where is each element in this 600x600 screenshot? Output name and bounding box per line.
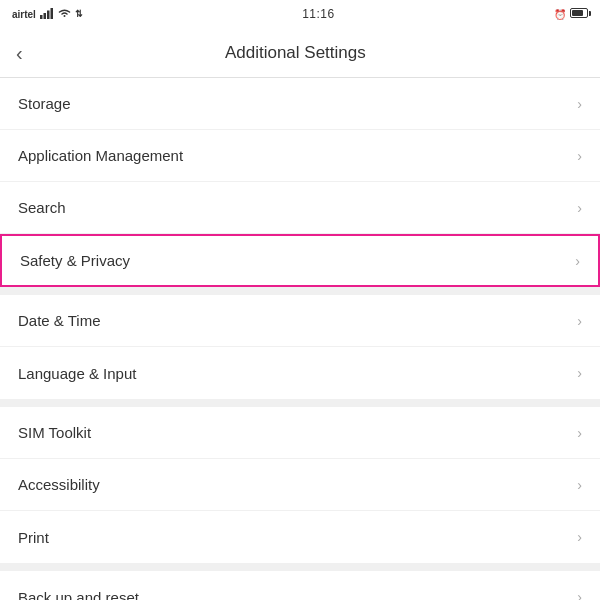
- search-label: Search: [18, 199, 66, 216]
- svg-rect-3: [50, 8, 53, 19]
- app-management-chevron: ›: [577, 148, 582, 164]
- settings-content: Storage › Application Management › Searc…: [0, 78, 600, 600]
- sim-toolkit-chevron: ›: [577, 425, 582, 441]
- section-4: Back up and reset ›: [0, 571, 600, 600]
- section-3: SIM Toolkit › Accessibility › Print ›: [0, 407, 600, 563]
- safety-privacy-label: Safety & Privacy: [20, 252, 130, 269]
- print-item[interactable]: Print ›: [0, 511, 600, 563]
- safety-privacy-item[interactable]: Safety & Privacy ›: [0, 234, 600, 287]
- section-2: Date & Time › Language & Input ›: [0, 295, 600, 399]
- status-left: airtel ⇅: [12, 8, 83, 21]
- sim-toolkit-item[interactable]: SIM Toolkit ›: [0, 407, 600, 459]
- backup-reset-label: Back up and reset: [18, 589, 139, 601]
- back-button[interactable]: ‹: [16, 43, 23, 63]
- svg-rect-0: [40, 15, 43, 19]
- alarm-icon: ⏰: [554, 9, 566, 20]
- search-chevron: ›: [577, 200, 582, 216]
- status-right: ⏰: [554, 8, 588, 20]
- accessibility-label: Accessibility: [18, 476, 100, 493]
- safety-privacy-chevron: ›: [575, 253, 580, 269]
- sim-toolkit-label: SIM Toolkit: [18, 424, 91, 441]
- date-time-item[interactable]: Date & Time ›: [0, 295, 600, 347]
- signal-icon: [40, 8, 54, 21]
- date-time-label: Date & Time: [18, 312, 101, 329]
- app-management-label: Application Management: [18, 147, 183, 164]
- page-title: Additional Settings: [35, 43, 556, 63]
- accessibility-item[interactable]: Accessibility ›: [0, 459, 600, 511]
- app-management-item[interactable]: Application Management ›: [0, 130, 600, 182]
- accessibility-chevron: ›: [577, 477, 582, 493]
- storage-label: Storage: [18, 95, 71, 112]
- status-bar: airtel ⇅ 11:16 ⏰: [0, 0, 600, 28]
- search-item[interactable]: Search ›: [0, 182, 600, 234]
- storage-chevron: ›: [577, 96, 582, 112]
- battery-icon: [570, 8, 588, 20]
- header: ‹ Additional Settings: [0, 28, 600, 78]
- data-icon: ⇅: [75, 9, 83, 19]
- print-chevron: ›: [577, 529, 582, 545]
- print-label: Print: [18, 529, 49, 546]
- backup-reset-chevron: ›: [577, 589, 582, 600]
- language-input-label: Language & Input: [18, 365, 136, 382]
- date-time-chevron: ›: [577, 313, 582, 329]
- status-time: 11:16: [302, 7, 335, 21]
- backup-reset-item[interactable]: Back up and reset ›: [0, 571, 600, 600]
- svg-rect-2: [47, 10, 50, 19]
- language-input-chevron: ›: [577, 365, 582, 381]
- section-1: Storage › Application Management › Searc…: [0, 78, 600, 287]
- wifi-icon: [58, 8, 71, 20]
- carrier-text: airtel: [12, 9, 36, 20]
- svg-rect-1: [43, 13, 46, 19]
- storage-item[interactable]: Storage ›: [0, 78, 600, 130]
- language-input-item[interactable]: Language & Input ›: [0, 347, 600, 399]
